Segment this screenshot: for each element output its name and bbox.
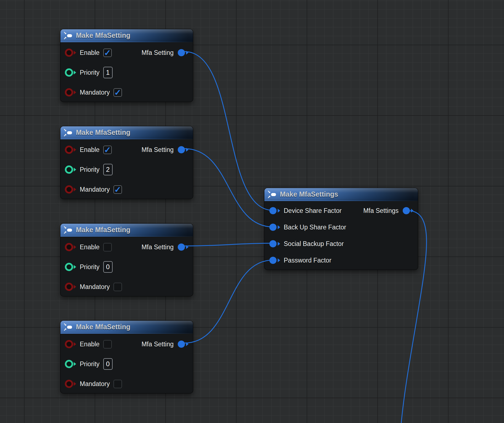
make-struct-icon [63,31,73,40]
make-struct-icon [63,128,73,137]
enable-checkbox[interactable] [103,146,112,154]
make-struct-icon [63,225,73,235]
pin-label-backup-share-factor: Back Up Share Factor [284,224,346,231]
pin-label-mandatory: Mandatory [80,380,110,388]
enable-checkbox[interactable] [103,340,112,349]
enable-checkbox[interactable] [103,49,112,57]
pin-label-enable: Enable [80,146,100,154]
pin-label-enable: Enable [80,341,100,348]
pin-label-device-share-factor: Device Share Factor [284,207,342,215]
node-title: Make MfaSettings [280,190,338,198]
wire-setting2-to-backup-share[interactable] [184,149,273,227]
struct-pin-device-share-factor[interactable] [269,207,280,215]
pin-label-mandatory: Mandatory [80,186,110,193]
bool-pin-enable[interactable] [65,243,76,251]
mandatory-checkbox[interactable] [113,88,122,97]
int-pin-priority[interactable] [65,360,76,368]
pin-label-mandatory: Mandatory [80,89,110,96]
int-pin-priority[interactable] [65,68,76,77]
node-make-mfasetting-1[interactable]: Make MfaSetting Enable Mfa Setting Prior… [60,29,193,102]
pin-label-output: Mfa Setting [142,341,174,348]
pin-label-enable: Enable [80,243,100,251]
priority-input[interactable]: 0 [103,261,113,273]
mandatory-checkbox[interactable] [113,185,122,194]
pin-label-output: Mfa Setting [142,146,174,154]
bool-pin-mandatory[interactable] [65,88,76,97]
bool-pin-enable[interactable] [65,340,76,348]
node-title: Make MfaSetting [76,128,130,136]
bool-pin-mandatory[interactable] [65,283,76,291]
blueprint-canvas[interactable]: Make MfaSetting Enable Mfa Setting Prior… [0,0,504,423]
bool-pin-enable[interactable] [65,49,76,57]
pin-label-output: Mfa Setting [142,49,174,57]
pin-label-mandatory: Mandatory [80,283,110,291]
node-header[interactable]: Make MfaSetting [60,321,193,333]
node-title: Make MfaSetting [76,31,130,39]
node-make-mfasetting-3[interactable]: Make MfaSetting Enable Mfa Setting Prior… [60,223,193,296]
wire-setting4-to-password[interactable] [184,260,273,343]
node-make-mfasetting-4[interactable]: Make MfaSetting Enable Mfa Setting Prior… [60,320,193,393]
enable-checkbox[interactable] [103,243,112,251]
priority-input[interactable]: 2 [103,164,113,175]
pin-label-password-factor: Password Factor [284,257,331,264]
struct-pin-output[interactable] [177,340,189,348]
int-pin-priority[interactable] [65,165,76,174]
struct-pin-output[interactable] [177,146,189,154]
struct-pin-output[interactable] [177,49,189,57]
node-header[interactable]: Make MfaSetting [60,224,193,236]
node-header[interactable]: Make MfaSetting [60,29,193,42]
priority-input[interactable]: 1 [103,67,113,78]
pin-label-output: Mfa Settings [363,207,399,215]
pin-label-enable: Enable [80,49,100,57]
pin-label-social-backup-factor: Social Backup Factor [284,240,344,248]
node-header[interactable]: Make MfaSetting [60,126,193,139]
struct-pin-social-backup-factor[interactable] [269,240,280,248]
make-struct-icon [267,190,277,199]
priority-input[interactable]: 0 [103,358,113,370]
pin-label-priority: Priority [80,360,100,368]
pin-label-output: Mfa Setting [142,243,174,251]
bool-pin-mandatory[interactable] [65,380,76,388]
node-title: Make MfaSetting [76,323,130,331]
struct-pin-output[interactable] [177,243,189,251]
node-header[interactable]: Make MfaSettings [264,188,418,200]
node-make-mfasettings[interactable]: Make MfaSettings Device Share Factor Mfa… [264,188,418,270]
make-struct-icon [63,322,73,332]
pin-label-priority: Priority [80,69,100,76]
bool-pin-mandatory[interactable] [65,185,76,194]
wire-setting3-to-social-backup[interactable] [184,243,273,246]
pin-label-priority: Priority [80,166,100,173]
mandatory-checkbox[interactable] [113,283,122,291]
int-pin-priority[interactable] [65,263,76,271]
mandatory-checkbox[interactable] [113,380,122,388]
bool-pin-enable[interactable] [65,146,76,154]
node-title: Make MfaSetting [76,226,130,234]
pin-label-priority: Priority [80,263,100,271]
node-make-mfasetting-2[interactable]: Make MfaSetting Enable Mfa Setting Prior… [60,126,193,199]
